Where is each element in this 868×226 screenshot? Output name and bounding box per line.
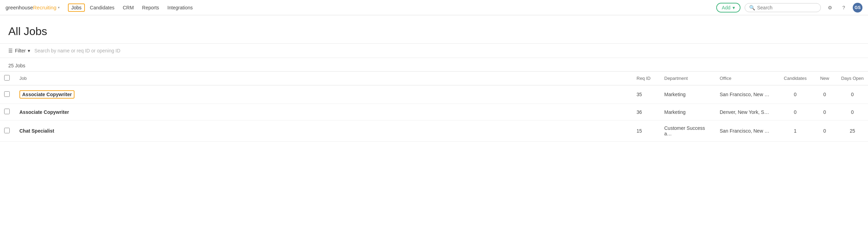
table-row: Associate Copywriter35MarketingSan Franc… — [0, 85, 868, 104]
office-cell: San Francisco, New … — [716, 120, 778, 142]
help-icon[interactable]: ? — [839, 3, 849, 12]
search-icon: 🔍 — [749, 5, 755, 10]
nav-link-jobs[interactable]: Jobs — [68, 3, 85, 12]
department-cell: Marketing — [660, 104, 716, 120]
candidates-cell: 0 — [778, 104, 813, 120]
header-job: Job — [15, 72, 632, 85]
req-id-cell: 36 — [632, 104, 660, 120]
header-office: Office — [716, 72, 778, 85]
table-row: Chat Specialist15Customer Success a…San … — [0, 120, 868, 142]
table-header: Job Req ID Department Office Candidates … — [0, 72, 868, 85]
new-cell: 0 — [813, 85, 837, 104]
candidates-cell: 0 — [778, 85, 813, 104]
add-chevron-icon: ▾ — [733, 5, 735, 10]
filter-button[interactable]: ☰ Filter ▾ — [8, 48, 30, 53]
header-department: Department — [660, 72, 716, 85]
new-cell: 0 — [813, 120, 837, 142]
candidates-cell: 1 — [778, 120, 813, 142]
filter-search-input[interactable] — [34, 48, 860, 53]
office-cell: San Francisco, New … — [716, 85, 778, 104]
department-cell: Customer Success a… — [660, 120, 716, 142]
row-checkbox[interactable] — [4, 109, 10, 114]
page-title: All Jobs — [8, 25, 860, 38]
brand-greenhouse: greenhouseRecruiting — [6, 5, 56, 10]
nav-right: Add ▾ 🔍 ⚙ ? GS — [716, 3, 862, 12]
table-row: Associate Copywriter36MarketingDenver, N… — [0, 104, 868, 120]
header-select-all[interactable] — [0, 72, 15, 85]
table-body: Associate Copywriter35MarketingSan Franc… — [0, 85, 868, 142]
days-open-cell: 0 — [837, 85, 868, 104]
req-id-cell: 15 — [632, 120, 660, 142]
header-new: New — [813, 72, 837, 85]
new-cell: 0 — [813, 104, 837, 120]
page-header: All Jobs — [0, 15, 868, 43]
brand: greenhouseRecruiting ▾ — [6, 5, 60, 10]
nav-links: Jobs Candidates CRM Reports Integrations — [68, 3, 716, 12]
job-name-link[interactable]: Chat Specialist — [19, 128, 54, 134]
nav-search-wrapper: 🔍 — [745, 3, 821, 12]
header-req-id: Req ID — [632, 72, 660, 85]
select-all-checkbox[interactable] — [4, 75, 10, 81]
department-cell: Marketing — [660, 85, 716, 104]
filter-bar: ☰ Filter ▾ — [0, 43, 868, 58]
add-button[interactable]: Add ▾ — [716, 3, 740, 12]
days-open-cell: 0 — [837, 104, 868, 120]
header-candidates: Candidates — [778, 72, 813, 85]
nav-link-candidates[interactable]: Candidates — [86, 3, 118, 12]
nav-link-reports[interactable]: Reports — [139, 3, 163, 12]
brand-dropdown-icon[interactable]: ▾ — [58, 6, 60, 9]
filter-label: Filter — [15, 48, 26, 53]
row-checkbox[interactable] — [4, 91, 10, 97]
job-name-link[interactable]: Associate Copywriter — [19, 90, 74, 99]
row-checkbox[interactable] — [4, 128, 10, 133]
job-name-link[interactable]: Associate Copywriter — [19, 109, 69, 115]
jobs-table: Job Req ID Department Office Candidates … — [0, 71, 868, 142]
nav-link-integrations[interactable]: Integrations — [164, 3, 196, 12]
header-days-open: Days Open — [837, 72, 868, 85]
settings-icon[interactable]: ⚙ — [825, 3, 835, 12]
req-id-cell: 35 — [632, 85, 660, 104]
nav-link-crm[interactable]: CRM — [119, 3, 137, 12]
office-cell: Denver, New York, S… — [716, 104, 778, 120]
jobs-count: 25 Jobs — [0, 58, 868, 71]
filter-icon: ☰ — [8, 48, 13, 53]
days-open-cell: 25 — [837, 120, 868, 142]
search-input[interactable] — [757, 5, 816, 10]
add-label: Add — [722, 5, 730, 10]
avatar[interactable]: GS — [853, 3, 862, 12]
navbar: greenhouseRecruiting ▾ Jobs Candidates C… — [0, 0, 868, 15]
filter-chevron-icon: ▾ — [28, 48, 30, 53]
